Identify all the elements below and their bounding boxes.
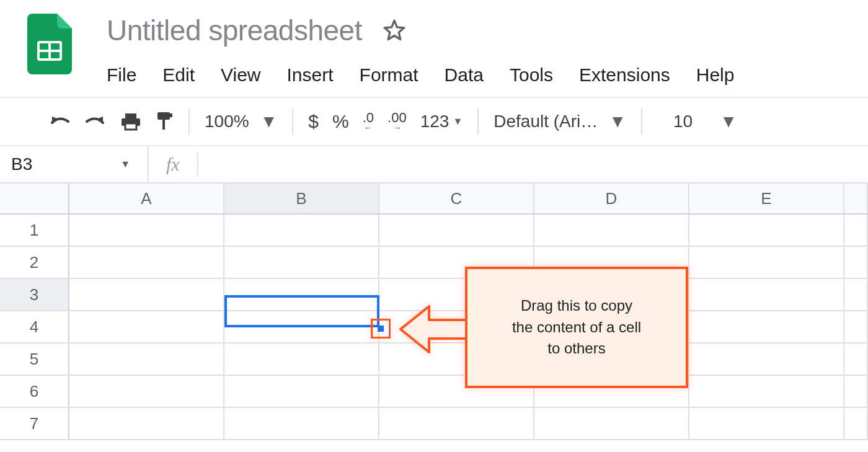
increase-decimal-button[interactable]: .00 → bbox=[388, 112, 407, 131]
menu-bar: File Edit View Insert Format Data Tools … bbox=[107, 64, 734, 86]
cell-b3[interactable] bbox=[224, 279, 379, 310]
cell-c7[interactable] bbox=[379, 408, 534, 439]
cell-a3[interactable] bbox=[69, 279, 224, 310]
column-header-extra[interactable] bbox=[844, 184, 868, 213]
more-formats-button[interactable]: 123 ▼ bbox=[420, 112, 463, 131]
toolbar-separator bbox=[477, 109, 479, 135]
menu-view[interactable]: View bbox=[221, 64, 260, 86]
cell-d2[interactable] bbox=[534, 247, 689, 278]
font-size-select[interactable]: 10 ▼ bbox=[657, 112, 742, 131]
cell-c6[interactable] bbox=[379, 376, 534, 407]
cell-a5[interactable] bbox=[69, 343, 224, 374]
cell-e5[interactable] bbox=[689, 343, 844, 374]
row-header-4[interactable]: 4 bbox=[0, 311, 69, 342]
cell-a6[interactable] bbox=[69, 376, 224, 407]
cell-f1[interactable] bbox=[844, 215, 868, 246]
document-title[interactable]: Untitled spreadsheet bbox=[107, 14, 362, 47]
decrease-decimal-button[interactable]: .0 ← bbox=[363, 112, 374, 131]
chevron-down-icon: ▼ bbox=[609, 112, 626, 131]
menu-edit[interactable]: Edit bbox=[162, 64, 195, 86]
svg-rect-6 bbox=[157, 112, 170, 120]
row-header-6[interactable]: 6 bbox=[0, 376, 69, 407]
cell-a2[interactable] bbox=[69, 247, 224, 278]
column-header-a[interactable]: A bbox=[69, 184, 224, 213]
right-arrow-icon: → bbox=[392, 124, 401, 132]
toolbar-separator bbox=[641, 109, 642, 135]
decrease-decimal-label: .0 bbox=[363, 112, 374, 124]
cell-c1[interactable] bbox=[379, 215, 534, 246]
menu-tools[interactable]: Tools bbox=[510, 64, 553, 86]
cell-e2[interactable] bbox=[689, 247, 844, 278]
name-box-value: B3 bbox=[11, 154, 32, 174]
cell-b5[interactable] bbox=[224, 343, 379, 374]
paint-format-button[interactable] bbox=[155, 111, 174, 132]
cell-e4[interactable] bbox=[689, 311, 844, 342]
cell-f5[interactable] bbox=[844, 343, 868, 374]
cell-b7[interactable] bbox=[224, 408, 379, 439]
cell-c4[interactable] bbox=[379, 311, 534, 342]
svg-rect-7 bbox=[162, 120, 165, 130]
cell-e7[interactable] bbox=[689, 408, 844, 439]
column-header-d[interactable]: D bbox=[534, 184, 689, 213]
cell-f6[interactable] bbox=[844, 376, 868, 407]
formula-bar-input[interactable] bbox=[198, 146, 868, 182]
star-icon[interactable] bbox=[382, 18, 407, 43]
cell-b4[interactable] bbox=[224, 311, 379, 342]
fx-label: fx bbox=[149, 154, 197, 175]
format-currency-button[interactable]: $ bbox=[308, 111, 319, 132]
cell-f4[interactable] bbox=[844, 311, 868, 342]
font-select[interactable]: Default (Ari… ▼ bbox=[494, 112, 626, 131]
cell-a7[interactable] bbox=[69, 408, 224, 439]
undo-button[interactable] bbox=[48, 113, 71, 130]
cell-c3[interactable] bbox=[379, 279, 534, 310]
menu-file[interactable]: File bbox=[107, 64, 136, 86]
cell-e6[interactable] bbox=[689, 376, 844, 407]
more-formats-label: 123 bbox=[420, 112, 450, 131]
cell-d4[interactable] bbox=[534, 311, 689, 342]
cell-d3[interactable] bbox=[534, 279, 689, 310]
cell-a4[interactable] bbox=[69, 311, 224, 342]
menu-data[interactable]: Data bbox=[445, 64, 484, 86]
row-header-3[interactable]: 3 bbox=[0, 279, 69, 310]
cell-b6[interactable] bbox=[224, 376, 379, 407]
menu-format[interactable]: Format bbox=[360, 64, 418, 86]
font-name: Default (Ari… bbox=[494, 112, 598, 131]
column-header-e[interactable]: E bbox=[689, 184, 844, 213]
cell-a1[interactable] bbox=[69, 215, 224, 246]
font-size-value: 10 bbox=[657, 112, 709, 131]
sheets-logo-icon bbox=[27, 14, 72, 74]
zoom-select[interactable]: 100% ▼ bbox=[205, 112, 277, 131]
cell-d6[interactable] bbox=[534, 376, 689, 407]
chevron-down-icon: ▼ bbox=[260, 112, 278, 131]
cell-e3[interactable] bbox=[689, 279, 844, 310]
menu-insert[interactable]: Insert bbox=[287, 64, 334, 86]
cell-d1[interactable] bbox=[534, 215, 689, 246]
cell-f2[interactable] bbox=[844, 247, 868, 278]
select-all-corner[interactable] bbox=[0, 184, 69, 213]
row-header-5[interactable]: 5 bbox=[0, 343, 69, 374]
fill-handle-highlight bbox=[371, 319, 391, 339]
row-header-1[interactable]: 1 bbox=[0, 215, 69, 246]
toolbar: 100% ▼ $ % .0 ← .00 → 123 ▼ Default (Ari… bbox=[0, 97, 868, 146]
cell-e1[interactable] bbox=[689, 215, 844, 246]
cell-c2[interactable] bbox=[379, 247, 534, 278]
redo-button[interactable] bbox=[84, 113, 107, 130]
print-button[interactable] bbox=[120, 112, 141, 131]
cell-b2[interactable] bbox=[224, 247, 379, 278]
format-percent-button[interactable]: % bbox=[332, 111, 349, 132]
increase-decimal-label: .00 bbox=[388, 112, 407, 124]
column-header-c[interactable]: C bbox=[379, 184, 534, 213]
cell-b1[interactable] bbox=[224, 215, 379, 246]
cell-f3[interactable] bbox=[844, 279, 868, 310]
toolbar-separator bbox=[188, 109, 190, 135]
cell-d5[interactable] bbox=[534, 343, 689, 374]
row-header-7[interactable]: 7 bbox=[0, 408, 69, 439]
cell-c5[interactable] bbox=[379, 343, 534, 374]
cell-f7[interactable] bbox=[844, 408, 868, 439]
cell-d7[interactable] bbox=[534, 408, 689, 439]
column-header-b[interactable]: B bbox=[224, 184, 379, 213]
menu-extensions[interactable]: Extensions bbox=[579, 64, 670, 86]
menu-help[interactable]: Help bbox=[696, 64, 735, 86]
row-header-2[interactable]: 2 bbox=[0, 247, 69, 278]
name-box[interactable]: B3 ▼ bbox=[0, 146, 149, 182]
